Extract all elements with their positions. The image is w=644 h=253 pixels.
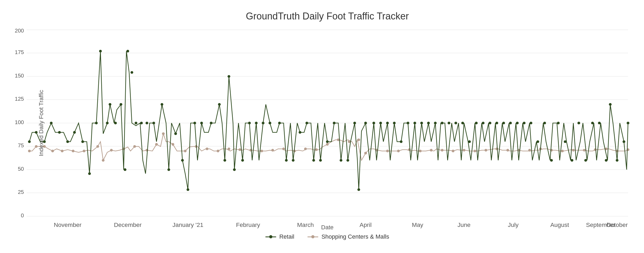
svg-point-132: [312, 159, 315, 162]
svg-point-178: [622, 140, 625, 143]
svg-point-49: [217, 150, 219, 152]
svg-point-163: [523, 122, 525, 124]
svg-point-130: [299, 131, 301, 134]
svg-text:January '21: January '21: [173, 222, 203, 228]
svg-point-142: [379, 122, 382, 124]
svg-text:June: June: [458, 222, 471, 228]
svg-point-63: [364, 152, 367, 154]
svg-point-111: [168, 168, 170, 171]
svg-point-133: [319, 159, 322, 162]
svg-point-112: [174, 132, 177, 135]
svg-point-74: [484, 149, 487, 152]
legend-retail: Retail: [266, 233, 294, 240]
svg-point-177: [616, 159, 618, 162]
svg-text:March: March: [297, 222, 314, 228]
svg-point-82: [572, 149, 575, 152]
svg-point-36: [83, 150, 85, 152]
svg-point-69: [430, 149, 433, 152]
svg-point-65: [386, 150, 389, 152]
chart-title: GroundTruth Daily Foot Traffic Tracker: [27, 11, 628, 22]
svg-point-34: [61, 150, 63, 152]
svg-point-71: [452, 150, 454, 152]
svg-point-46: [184, 150, 186, 152]
svg-point-152: [448, 122, 450, 124]
svg-point-141: [372, 122, 375, 124]
svg-point-120: [227, 75, 230, 78]
svg-point-154: [461, 122, 464, 124]
chart-area: Indexed Daily Foot Traffic Date 0 25 50 …: [27, 30, 628, 216]
svg-point-70: [441, 149, 443, 152]
svg-text:100: 100: [15, 119, 24, 125]
svg-point-58: [315, 148, 318, 151]
svg-point-145: [400, 140, 402, 143]
svg-point-119: [223, 159, 226, 162]
svg-point-35: [72, 150, 74, 152]
svg-point-138: [353, 122, 356, 124]
svg-point-103: [124, 168, 126, 171]
svg-text:75: 75: [18, 142, 24, 148]
svg-text:25: 25: [18, 189, 24, 195]
svg-point-173: [591, 122, 594, 124]
svg-point-50: [227, 148, 230, 150]
svg-point-140: [364, 122, 367, 124]
svg-text:175: 175: [15, 49, 24, 55]
svg-point-149: [427, 122, 430, 124]
svg-point-116: [200, 122, 203, 124]
malls-legend-line: [308, 236, 318, 237]
svg-point-93: [66, 140, 69, 143]
svg-point-134: [326, 140, 329, 143]
svg-point-131: [305, 122, 308, 124]
svg-point-124: [255, 122, 258, 124]
legend: Retail Shopping Centers & Malls: [266, 233, 389, 240]
svg-text:150: 150: [15, 73, 24, 79]
svg-point-155: [468, 140, 471, 143]
svg-point-139: [357, 188, 360, 191]
svg-point-148: [420, 122, 423, 124]
svg-point-159: [495, 122, 498, 124]
svg-point-107: [140, 122, 143, 124]
svg-point-121: [233, 168, 236, 171]
svg-point-117: [210, 122, 213, 124]
svg-point-118: [218, 103, 221, 106]
svg-point-96: [88, 172, 91, 175]
svg-point-158: [489, 122, 491, 124]
svg-text:October: October: [606, 222, 628, 228]
svg-point-176: [609, 103, 612, 106]
svg-point-170: [570, 159, 573, 162]
svg-text:April: April: [360, 222, 372, 228]
svg-point-147: [413, 122, 416, 124]
svg-point-128: [285, 159, 288, 162]
x-axis-label: Date: [321, 224, 333, 231]
svg-point-135: [333, 122, 336, 124]
svg-point-45: [172, 143, 174, 146]
svg-point-30: [28, 150, 31, 152]
svg-point-164: [530, 122, 532, 124]
svg-point-57: [304, 148, 307, 150]
svg-point-42: [145, 149, 148, 152]
svg-point-41: [133, 145, 136, 148]
legend-malls: Shopping Centers & Malls: [308, 233, 389, 240]
svg-point-179: [627, 122, 629, 124]
svg-point-81: [561, 150, 564, 152]
svg-point-75: [495, 148, 498, 150]
svg-point-73: [474, 150, 476, 152]
svg-text:August: August: [550, 222, 569, 228]
retail-legend-label: Retail: [279, 233, 294, 240]
svg-point-78: [528, 149, 531, 152]
svg-point-127: [278, 122, 281, 124]
svg-point-83: [583, 149, 586, 152]
svg-point-102: [120, 103, 122, 106]
y-axis-label: Indexed Daily Foot Traffic: [38, 90, 45, 156]
svg-text:February: February: [236, 222, 260, 228]
chart-container: GroundTruth Daily Foot Traffic Tracker I…: [0, 0, 644, 253]
svg-point-160: [502, 122, 505, 124]
svg-point-150: [434, 122, 437, 124]
svg-point-156: [475, 122, 478, 124]
svg-point-168: [557, 122, 560, 124]
svg-point-109: [152, 122, 155, 124]
svg-point-129: [292, 159, 295, 162]
svg-point-167: [550, 159, 553, 162]
svg-point-66: [397, 150, 400, 152]
svg-point-174: [598, 122, 601, 124]
svg-point-101: [114, 122, 117, 124]
